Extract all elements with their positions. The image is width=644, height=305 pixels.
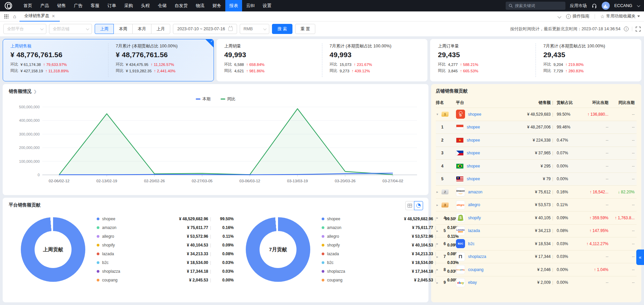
donut-legend-item[interactable]: coupang ¥ 2,045.53 | 0.00%: [322, 276, 459, 284]
table-row[interactable]: ▸ 3 allegroallegro ¥ 53,573 | 0.11% -- -…: [436, 198, 637, 212]
donut-legend-item[interactable]: b2c ¥ 18,534.00 | 0.03%: [97, 258, 234, 267]
donut-legend-item[interactable]: shoplazza ¥ 17,344.18 | 0.03%: [322, 267, 459, 276]
table-row[interactable]: ▾ 1 Sshopee ¥ 48,529,683 | 99.50% ↑ 136,…: [436, 108, 637, 121]
table-row[interactable]: 5 shopee ¥ 79 | 0.00% -- --: [436, 173, 637, 186]
chevron-down-icon[interactable]: [557, 14, 561, 18]
donut-legend-item[interactable]: shopify ¥ 40,104.53 | 0.09%: [97, 241, 234, 250]
account-name[interactable]: ECCANG: [614, 3, 632, 8]
platform-link[interactable]: shopee: [467, 125, 480, 129]
donut-legend-item[interactable]: shopee ¥ 48,529,682.96 | 99.50%: [97, 215, 234, 223]
fullscreen-icon[interactable]: [636, 27, 641, 32]
expand-caret-icon[interactable]: ▸: [436, 190, 440, 194]
platform-link[interactable]: b2c: [468, 241, 474, 246]
table-row[interactable]: ▸ 7 ⊓shoplazza ¥ 17,344 | 0.03% -- --: [436, 250, 637, 263]
table-row[interactable]: 2 ★shopee ¥ 224,338 | 0.47% -- --: [436, 134, 637, 147]
donut-legend-item[interactable]: allegro ¥ 53,572.96 | 0.11%: [322, 232, 459, 241]
nav-item-头程[interactable]: 头程: [137, 0, 154, 11]
period-上周[interactable]: 上周: [95, 24, 114, 34]
donut-legend-item[interactable]: shopee ¥ 48,529,682.96 | 99.50%: [322, 215, 459, 223]
table-row[interactable]: 3 shopee ¥ 37,965 | 0.07% -- --: [436, 147, 637, 160]
metric-card[interactable]: ✓ 上周销售额 ¥ 48,776,761.56 环比¥ 61,174.38↑ 7…: [3, 39, 214, 81]
table-view-toggle[interactable]: [405, 201, 414, 210]
pie-view-toggle[interactable]: [414, 201, 423, 210]
table-row[interactable]: ▸ 8 coupangcoupang ¥ 2,046 | 0.00% ↑ 1.0…: [436, 263, 637, 276]
donut-legend-item[interactable]: shopify ¥ 40,104.53 | 0.09%: [322, 241, 459, 250]
donut-legend-item[interactable]: b2c ¥ 18,534.00 | 0.03%: [322, 258, 459, 267]
platform-link[interactable]: shopee: [467, 151, 480, 155]
nav-item-客服[interactable]: 客服: [87, 0, 103, 11]
apps-grid-icon[interactable]: [4, 14, 8, 18]
platform-link[interactable]: amazon: [468, 190, 482, 194]
table-row[interactable]: ▸ 6 B2Cb2c ¥ 18,534 | 0.03% ↑ 4,112.27% …: [436, 237, 637, 250]
table-row[interactable]: ▸ 4 Sshopify ¥ 40,105 | 0.09% ↑ 359.59% …: [436, 211, 637, 224]
app-market-link[interactable]: 应用市场: [570, 3, 587, 9]
nav-item-财务[interactable]: 财务: [209, 0, 225, 11]
info-icon[interactable]: i: [624, 27, 629, 31]
nav-item-报表[interactable]: 报表: [225, 0, 242, 11]
legend-item-本期[interactable]: 本期: [196, 96, 211, 102]
headset-icon[interactable]: [592, 3, 597, 8]
platform-link[interactable]: shopee: [467, 164, 480, 168]
collapse-caret-icon[interactable]: ▾: [436, 112, 440, 116]
currency-select[interactable]: RMB: [240, 24, 269, 34]
platform-link[interactable]: lazada: [468, 228, 480, 233]
period-本月[interactable]: 本月: [132, 24, 151, 34]
nav-item-仓储[interactable]: 仓储: [154, 0, 171, 11]
tab-global-sales-compass[interactable]: 全球销售罗盘 ✕: [19, 11, 60, 22]
global-search-input[interactable]: 搜索关键词: [506, 2, 565, 10]
metric-title: 7月累计 (本期贡献占比 100.00%): [116, 43, 206, 49]
period-本周[interactable]: 本周: [113, 24, 133, 34]
eccang-logo-icon[interactable]: [5, 2, 12, 9]
date-range-picker[interactable]: 2023-07-10 ~ 2023-07-16: [173, 24, 237, 34]
platform-link[interactable]: ebay: [468, 280, 477, 285]
table-row[interactable]: ▸ 2 Amazonamazon ¥ 75,612 | 0.16% ↑ 16,5…: [436, 185, 637, 198]
platform-link[interactable]: shopify: [468, 216, 481, 220]
nav-item-广告[interactable]: 广告: [70, 0, 87, 11]
platform-select[interactable]: 全部平台: [3, 24, 46, 34]
nav-item-云BI[interactable]: 云BI: [242, 0, 259, 11]
chevron-right-icon[interactable]: ❯: [34, 89, 37, 94]
platform-link[interactable]: allegro: [468, 202, 480, 207]
platform-link[interactable]: shopee: [468, 112, 481, 117]
store-select[interactable]: 全部店铺: [49, 24, 92, 34]
favorites-menu[interactable]: ☆ 常用功能收藏夹: [600, 13, 640, 19]
platform-link[interactable]: shopee: [467, 138, 480, 143]
table-row[interactable]: ▸ 9 ebayebay ¥ 2,009 | 0.00% -- --: [436, 276, 637, 289]
nav-item-物流[interactable]: 物流: [192, 0, 209, 11]
avatar[interactable]: [602, 2, 610, 10]
reset-button[interactable]: 重 置: [295, 24, 315, 34]
donut-legend-item[interactable]: amazon ¥ 75,611.77 | 0.16%: [97, 223, 234, 232]
nav-item-设置[interactable]: 设置: [259, 0, 275, 11]
nav-item-自发货[interactable]: 自发货: [171, 0, 192, 11]
close-icon[interactable]: ✕: [52, 14, 55, 18]
search-button[interactable]: 搜 索: [272, 24, 292, 34]
donut-legend-item[interactable]: lazada ¥ 34,213.33 | 0.08%: [322, 250, 459, 258]
nav-item-首页[interactable]: 首页: [19, 0, 36, 11]
platform-link[interactable]: shoplazza: [468, 254, 486, 259]
platform-link[interactable]: shopee: [467, 177, 480, 181]
expand-caret-icon[interactable]: ▸: [436, 203, 440, 207]
chevron-down-icon[interactable]: [637, 4, 640, 7]
table-row[interactable]: ▸ 5 LAZADAlazada ¥ 34,213 | 0.08% ↑ 147.…: [436, 224, 637, 237]
table-row[interactable]: 1 shopee ¥ 48,267,006 | 99.46% -- --: [436, 121, 637, 134]
guide-link[interactable]: i 操作指南: [566, 13, 589, 19]
collapse-panel-button[interactable]: «: [636, 250, 644, 265]
metric-card[interactable]: 上周销量 49,993 环比6,588↑ 658.84% 同比4,621↑ 98…: [217, 39, 428, 81]
home-icon[interactable]: ⌂: [13, 13, 16, 19]
metric-card[interactable]: 上周订单量 29,435 环比4,277↑ 588.21% 同比3,845↑ 6…: [430, 39, 641, 81]
table-row[interactable]: 4 shopee ¥ 295 | 0.00% -- --: [436, 159, 637, 173]
donut-legend-item[interactable]: lazada ¥ 34,213.33 | 0.08%: [97, 250, 234, 258]
legend-item-同比[interactable]: 同比: [221, 96, 235, 102]
donut-legend-item[interactable]: allegro ¥ 53,572.96 | 0.11%: [97, 232, 234, 241]
donut-legend-item[interactable]: coupang ¥ 2,045.53 | 0.00%: [97, 276, 234, 284]
nav-item-采购[interactable]: 采购: [120, 0, 137, 11]
donut-legend-item[interactable]: shoplazza ¥ 17,344.18 | 0.03%: [97, 267, 234, 276]
brazil-flag-icon: [456, 163, 464, 169]
store-contribution-panel: 店铺销售额贡献 排名 平台 销售额 | 贡献占比 环比当期 同比当期 ▾ 1 S…: [431, 84, 641, 302]
nav-item-产品[interactable]: 产品: [36, 0, 53, 11]
nav-item-订单[interactable]: 订单: [103, 0, 120, 11]
platform-link[interactable]: coupang: [468, 267, 484, 272]
nav-item-销售[interactable]: 销售: [53, 0, 70, 11]
period-上月[interactable]: 上月: [151, 24, 170, 34]
donut-legend-item[interactable]: amazon ¥ 75,611.77 | 0.16%: [322, 223, 459, 232]
